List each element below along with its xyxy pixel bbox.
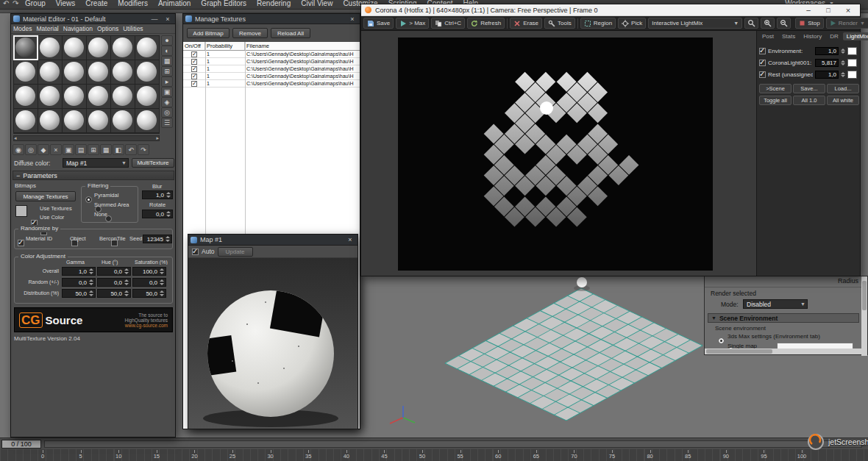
overall-saturation-spinner[interactable]: 100,0 <box>132 267 166 276</box>
light-color-swatch[interactable] <box>847 59 857 67</box>
close-icon[interactable]: × <box>347 15 357 23</box>
material-sample[interactable] <box>63 36 86 60</box>
all-1-button[interactable]: All 1.0 <box>793 96 825 105</box>
sample-uv-tiling-icon[interactable]: ⊞ <box>161 66 173 76</box>
material-sample[interactable] <box>63 85 86 108</box>
material-sample[interactable] <box>14 60 38 84</box>
col-onoff[interactable]: On/Off <box>183 42 205 50</box>
all-white-button[interactable]: All white <box>827 96 859 105</box>
blur-spinner[interactable]: 1,0 <box>142 190 173 199</box>
material-sample[interactable] <box>63 109 86 132</box>
material-map-navigator-icon[interactable]: ☰ <box>161 118 173 128</box>
light-intensity-field[interactable]: 5,817 <box>815 59 839 67</box>
lightmix-save-button[interactable]: Save... <box>793 84 825 93</box>
material-sample[interactable] <box>38 36 62 60</box>
time-slider-track[interactable] <box>44 440 862 448</box>
spinner-arrows-icon[interactable] <box>841 49 845 54</box>
material-sample[interactable] <box>38 109 62 132</box>
put-to-library-icon[interactable]: ▤ <box>75 144 87 155</box>
texture-row[interactable]: 1C:\Users\Gennady\Desktop\Gaina\maps\hau… <box>183 58 360 65</box>
map-preview-titlebar[interactable]: Map #1 × <box>188 235 357 246</box>
vfb-refresh-button[interactable]: Refresh <box>467 18 505 29</box>
mode-dropdown[interactable]: Disabled ▼ <box>743 299 808 309</box>
texture-on-checkbox[interactable] <box>191 59 197 65</box>
horizontal-scrollbar[interactable] <box>705 349 861 354</box>
material-editor-titlebar[interactable]: Material Editor - 01 - Default — × <box>11 14 175 24</box>
distribution-saturation-spinner[interactable]: 50,0 <box>132 289 166 298</box>
mateditor-menu-utilities[interactable]: Utilities <box>123 25 143 32</box>
menu-graph-editors[interactable]: Graph Editors <box>201 0 246 7</box>
auto-update-checkbox[interactable] <box>192 249 199 255</box>
cg-source-banner[interactable]: CG Source The source to HighQuality text… <box>14 307 173 332</box>
material-sample[interactable] <box>38 60 62 84</box>
menu-animation[interactable]: Animation <box>158 0 191 7</box>
redo-icon[interactable]: ↷ <box>13 0 18 7</box>
add-bitmap-button[interactable]: Add Bitmap <box>187 28 230 38</box>
material-sample[interactable] <box>87 109 110 132</box>
time-ruler[interactable]: 0510152025303540455055606570758085909510… <box>0 449 868 461</box>
spinner-arrows-icon[interactable] <box>841 72 845 77</box>
material-sample[interactable] <box>111 60 135 84</box>
vfb-erase-button[interactable]: Erase <box>510 18 542 29</box>
distribution-hue-spinner[interactable]: 50,0 <box>97 289 131 298</box>
tab-post[interactable]: Post <box>758 32 778 40</box>
minimize-icon[interactable]: – <box>800 6 817 14</box>
light-color-swatch[interactable] <box>847 47 857 55</box>
overall-hue-spinner[interactable]: 0,0 <box>97 267 131 276</box>
undo-icon[interactable]: ↶ <box>3 0 9 7</box>
scene-button[interactable]: >Scene <box>759 84 791 93</box>
update-button[interactable]: Update <box>218 247 253 257</box>
material-sample[interactable] <box>87 36 110 60</box>
filter-pyramidal-radio[interactable] <box>85 196 92 203</box>
material-sample[interactable] <box>14 109 38 132</box>
maximize-icon[interactable]: □ <box>820 7 836 14</box>
manage-textures-button[interactable]: Manage Textures <box>15 191 76 201</box>
parameters-rollout[interactable]: − Parameters <box>13 171 174 180</box>
remove-button[interactable]: Remove <box>232 28 268 38</box>
vfb-send-to-max-button[interactable]: > Max <box>396 18 429 29</box>
toggle-all-button[interactable]: Toggle all <box>759 96 791 105</box>
material-sample[interactable] <box>135 85 159 108</box>
time-slider-frame-indicator[interactable]: 0 / 100 <box>1 440 41 449</box>
color-swatch[interactable] <box>15 205 27 217</box>
random-saturation-spinner[interactable]: 0,0 <box>132 278 166 287</box>
menu-rendering[interactable]: Rendering <box>257 0 291 7</box>
material-sample[interactable] <box>14 36 38 60</box>
put-material-icon[interactable]: ◎ <box>25 144 37 155</box>
env-max-settings-radio[interactable] <box>718 337 725 344</box>
col-filename[interactable]: Filename <box>245 42 360 50</box>
menu-views[interactable]: Views <box>56 0 76 7</box>
material-sample[interactable] <box>111 109 135 132</box>
vertical-scrollbar[interactable] <box>861 276 867 356</box>
seed-spinner[interactable]: 12345 <box>143 235 172 243</box>
material-sample[interactable] <box>87 60 110 84</box>
tab-stats[interactable]: Stats <box>778 32 799 40</box>
tab-dr[interactable]: DR <box>826 32 842 40</box>
menu-group[interactable]: Group <box>25 0 46 7</box>
close-icon[interactable]: × <box>345 236 355 244</box>
material-sample[interactable] <box>14 85 38 108</box>
scene-environment-rollout[interactable]: ▼ Scene Environment <box>708 313 859 323</box>
go-forward-icon[interactable]: ↷ <box>138 144 149 155</box>
tab-history[interactable]: History <box>800 32 825 40</box>
vfb-display-dropdown[interactable]: Interactive LightMix ▼ <box>648 18 742 29</box>
lightmix-load-button[interactable]: Load... <box>827 84 859 93</box>
light-enable-checkbox[interactable] <box>759 48 766 54</box>
show-map-icon[interactable]: ▦ <box>100 144 112 155</box>
texture-row[interactable]: 1C:\Users\Gennady\Desktop\Gaina\maps\hau… <box>183 51 360 58</box>
map-dropdown[interactable]: Map #1 ▼ <box>63 158 129 168</box>
random-gamma-spinner[interactable]: 0,0 <box>62 278 96 287</box>
col-probability[interactable]: Probability <box>205 42 245 50</box>
options-icon[interactable]: ◈ <box>161 97 173 107</box>
mateditor-menu-modes[interactable]: Modes <box>13 25 32 32</box>
zoom-fit-icon[interactable] <box>744 18 758 29</box>
texture-row[interactable]: 1C:\Users\Gennady\Desktop\Gaina\maps\hau… <box>183 65 360 73</box>
backlight-icon[interactable]: ◐ <box>161 46 173 56</box>
vfb-save-button[interactable]: Save <box>363 18 394 29</box>
spinner-arrows-icon[interactable] <box>841 60 845 65</box>
vfb-rendered-image[interactable] <box>398 37 713 271</box>
sample-scrollbar[interactable]: ◂ ▸ <box>13 135 160 141</box>
background-checker-icon[interactable]: ▦ <box>161 56 173 66</box>
material-sample[interactable] <box>135 109 159 132</box>
material-sample[interactable] <box>135 36 159 60</box>
